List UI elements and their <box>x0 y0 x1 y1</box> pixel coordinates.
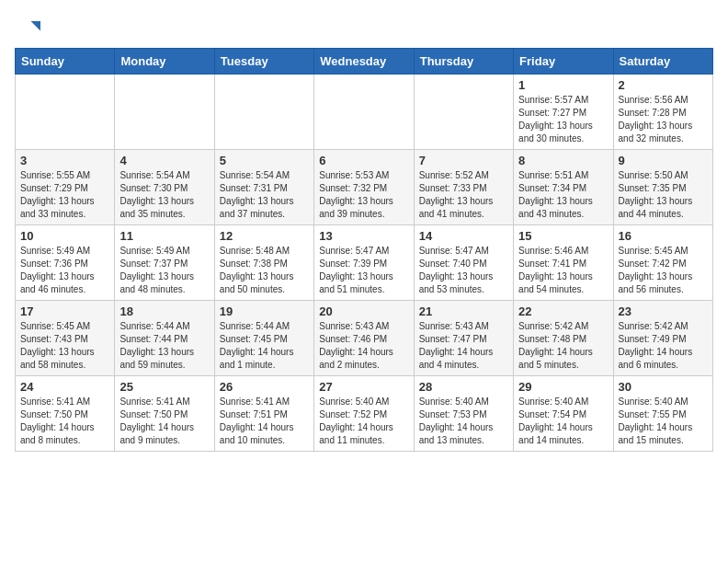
weekday-header-row: SundayMondayTuesdayWednesdayThursdayFrid… <box>16 49 713 75</box>
day-info: Sunrise: 5:44 AM Sunset: 7:45 PM Dayligh… <box>220 320 309 372</box>
day-number: 7 <box>419 154 508 167</box>
calendar-cell: 17Sunrise: 5:45 AM Sunset: 7:43 PM Dayli… <box>16 301 115 376</box>
calendar-cell: 26Sunrise: 5:41 AM Sunset: 7:51 PM Dayli… <box>214 376 313 452</box>
day-number: 14 <box>419 229 508 243</box>
day-number: 22 <box>518 304 608 318</box>
day-number: 27 <box>319 380 408 394</box>
weekday-header-monday: Monday <box>115 49 214 75</box>
day-info: Sunrise: 5:47 AM Sunset: 7:40 PM Dayligh… <box>419 245 508 296</box>
weekday-header-saturday: Saturday <box>613 49 712 75</box>
calendar-week-1: 1Sunrise: 5:57 AM Sunset: 7:27 PM Daylig… <box>16 75 713 150</box>
day-number: 28 <box>419 380 508 394</box>
day-number: 9 <box>619 154 708 167</box>
calendar-cell <box>214 75 313 150</box>
day-number: 1 <box>518 78 608 92</box>
day-number: 8 <box>518 154 608 167</box>
day-number: 5 <box>220 154 309 167</box>
day-number: 20 <box>319 304 408 318</box>
calendar-cell: 1Sunrise: 5:57 AM Sunset: 7:27 PM Daylig… <box>514 75 613 150</box>
calendar-cell: 4Sunrise: 5:54 AM Sunset: 7:30 PM Daylig… <box>115 150 214 225</box>
weekday-header-friday: Friday <box>514 49 613 75</box>
calendar-cell: 14Sunrise: 5:47 AM Sunset: 7:40 PM Dayli… <box>414 225 513 301</box>
day-number: 16 <box>619 229 708 243</box>
day-info: Sunrise: 5:54 AM Sunset: 7:31 PM Dayligh… <box>220 169 309 221</box>
day-info: Sunrise: 5:42 AM Sunset: 7:49 PM Dayligh… <box>619 320 708 372</box>
day-info: Sunrise: 5:50 AM Sunset: 7:35 PM Dayligh… <box>619 169 708 221</box>
day-number: 12 <box>220 229 309 243</box>
calendar-cell: 20Sunrise: 5:43 AM Sunset: 7:46 PM Dayli… <box>314 301 414 376</box>
weekday-header-thursday: Thursday <box>414 49 513 75</box>
day-number: 11 <box>119 229 209 243</box>
day-info: Sunrise: 5:47 AM Sunset: 7:39 PM Dayligh… <box>319 245 408 296</box>
weekday-header-tuesday: Tuesday <box>214 49 313 75</box>
calendar-cell: 28Sunrise: 5:40 AM Sunset: 7:53 PM Dayli… <box>414 376 513 452</box>
day-number: 21 <box>419 304 508 318</box>
calendar-cell: 7Sunrise: 5:52 AM Sunset: 7:33 PM Daylig… <box>414 150 513 225</box>
calendar-cell: 10Sunrise: 5:49 AM Sunset: 7:36 PM Dayli… <box>16 225 115 301</box>
day-info: Sunrise: 5:52 AM Sunset: 7:33 PM Dayligh… <box>419 169 508 221</box>
calendar-cell: 29Sunrise: 5:40 AM Sunset: 7:54 PM Dayli… <box>514 376 613 452</box>
calendar-cell: 15Sunrise: 5:46 AM Sunset: 7:41 PM Dayli… <box>514 225 613 301</box>
day-info: Sunrise: 5:40 AM Sunset: 7:53 PM Dayligh… <box>419 396 508 447</box>
day-info: Sunrise: 5:41 AM Sunset: 7:51 PM Dayligh… <box>220 396 309 447</box>
calendar-cell: 30Sunrise: 5:40 AM Sunset: 7:55 PM Dayli… <box>613 376 712 452</box>
calendar-cell <box>115 75 214 150</box>
calendar-cell <box>16 75 115 150</box>
day-info: Sunrise: 5:41 AM Sunset: 7:50 PM Dayligh… <box>119 396 209 447</box>
calendar-cell: 21Sunrise: 5:43 AM Sunset: 7:47 PM Dayli… <box>414 301 513 376</box>
day-info: Sunrise: 5:51 AM Sunset: 7:34 PM Dayligh… <box>518 169 608 221</box>
calendar-cell: 25Sunrise: 5:41 AM Sunset: 7:50 PM Dayli… <box>115 376 214 452</box>
calendar-cell: 2Sunrise: 5:56 AM Sunset: 7:28 PM Daylig… <box>613 75 712 150</box>
day-number: 3 <box>20 154 109 167</box>
calendar-cell: 6Sunrise: 5:53 AM Sunset: 7:32 PM Daylig… <box>314 150 414 225</box>
weekday-header-sunday: Sunday <box>16 49 115 75</box>
day-number: 25 <box>119 380 209 394</box>
calendar-cell: 13Sunrise: 5:47 AM Sunset: 7:39 PM Dayli… <box>314 225 414 301</box>
calendar-cell: 11Sunrise: 5:49 AM Sunset: 7:37 PM Dayli… <box>115 225 214 301</box>
day-number: 24 <box>20 380 109 394</box>
day-info: Sunrise: 5:45 AM Sunset: 7:42 PM Dayligh… <box>619 245 708 296</box>
day-info: Sunrise: 5:44 AM Sunset: 7:44 PM Dayligh… <box>119 320 209 372</box>
day-info: Sunrise: 5:54 AM Sunset: 7:30 PM Dayligh… <box>119 169 209 221</box>
day-info: Sunrise: 5:43 AM Sunset: 7:46 PM Dayligh… <box>319 320 408 372</box>
calendar-cell: 23Sunrise: 5:42 AM Sunset: 7:49 PM Dayli… <box>613 301 712 376</box>
calendar-cell: 18Sunrise: 5:44 AM Sunset: 7:44 PM Dayli… <box>115 301 214 376</box>
calendar-cell: 16Sunrise: 5:45 AM Sunset: 7:42 PM Dayli… <box>613 225 712 301</box>
day-info: Sunrise: 5:57 AM Sunset: 7:27 PM Dayligh… <box>518 94 608 145</box>
day-info: Sunrise: 5:43 AM Sunset: 7:47 PM Dayligh… <box>419 320 508 372</box>
day-info: Sunrise: 5:42 AM Sunset: 7:48 PM Dayligh… <box>518 320 608 372</box>
calendar-cell: 9Sunrise: 5:50 AM Sunset: 7:35 PM Daylig… <box>613 150 712 225</box>
calendar: SundayMondayTuesdayWednesdayThursdayFrid… <box>15 48 713 452</box>
page-header <box>15 15 713 40</box>
day-number: 10 <box>20 229 109 243</box>
calendar-cell: 19Sunrise: 5:44 AM Sunset: 7:45 PM Dayli… <box>214 301 313 376</box>
day-info: Sunrise: 5:55 AM Sunset: 7:29 PM Dayligh… <box>20 169 109 221</box>
day-info: Sunrise: 5:49 AM Sunset: 7:37 PM Dayligh… <box>119 245 209 296</box>
logo-icon <box>15 15 40 40</box>
logo <box>15 15 44 40</box>
calendar-cell: 12Sunrise: 5:48 AM Sunset: 7:38 PM Dayli… <box>214 225 313 301</box>
day-info: Sunrise: 5:40 AM Sunset: 7:54 PM Dayligh… <box>518 396 608 447</box>
day-info: Sunrise: 5:56 AM Sunset: 7:28 PM Dayligh… <box>619 94 708 145</box>
calendar-cell: 3Sunrise: 5:55 AM Sunset: 7:29 PM Daylig… <box>16 150 115 225</box>
day-info: Sunrise: 5:48 AM Sunset: 7:38 PM Dayligh… <box>220 245 309 296</box>
calendar-cell <box>314 75 414 150</box>
day-info: Sunrise: 5:41 AM Sunset: 7:50 PM Dayligh… <box>20 396 109 447</box>
calendar-cell: 24Sunrise: 5:41 AM Sunset: 7:50 PM Dayli… <box>16 376 115 452</box>
day-info: Sunrise: 5:46 AM Sunset: 7:41 PM Dayligh… <box>518 245 608 296</box>
calendar-week-2: 3Sunrise: 5:55 AM Sunset: 7:29 PM Daylig… <box>16 150 713 225</box>
day-info: Sunrise: 5:40 AM Sunset: 7:52 PM Dayligh… <box>319 396 408 447</box>
day-number: 26 <box>220 380 309 394</box>
day-number: 30 <box>619 380 708 394</box>
day-number: 13 <box>319 229 408 243</box>
day-info: Sunrise: 5:53 AM Sunset: 7:32 PM Dayligh… <box>319 169 408 221</box>
day-info: Sunrise: 5:40 AM Sunset: 7:55 PM Dayligh… <box>619 396 708 447</box>
calendar-cell: 22Sunrise: 5:42 AM Sunset: 7:48 PM Dayli… <box>514 301 613 376</box>
day-info: Sunrise: 5:49 AM Sunset: 7:36 PM Dayligh… <box>20 245 109 296</box>
weekday-header-wednesday: Wednesday <box>314 49 414 75</box>
day-number: 15 <box>518 229 608 243</box>
day-number: 4 <box>119 154 209 167</box>
calendar-week-4: 17Sunrise: 5:45 AM Sunset: 7:43 PM Dayli… <box>16 301 713 376</box>
calendar-cell: 8Sunrise: 5:51 AM Sunset: 7:34 PM Daylig… <box>514 150 613 225</box>
day-number: 19 <box>220 304 309 318</box>
